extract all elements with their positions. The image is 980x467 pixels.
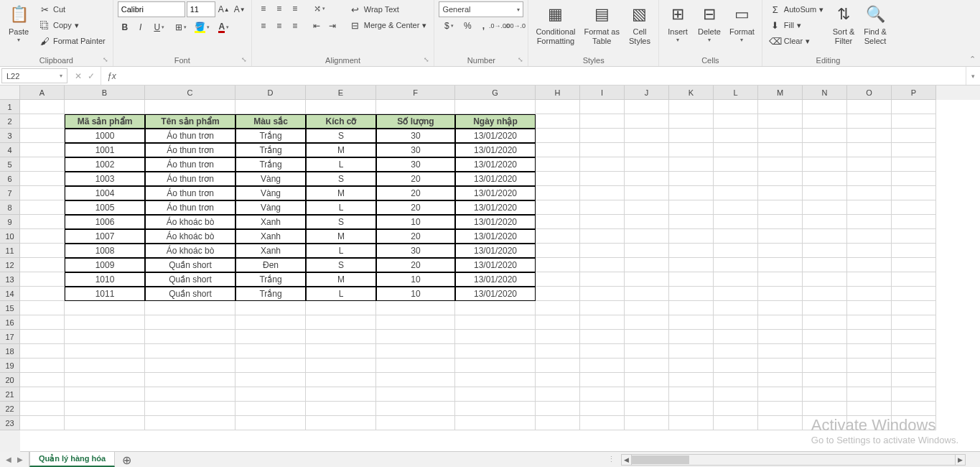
cell[interactable] [803, 416, 847, 430]
cell[interactable] [892, 359, 936, 373]
cell[interactable]: 1005 [65, 200, 145, 215]
row-header[interactable]: 7 [0, 186, 20, 200]
find-select-button[interactable]: 🔍Find & Select [861, 1, 890, 47]
cell[interactable] [20, 330, 65, 344]
cell[interactable]: 30 [376, 157, 455, 172]
cell[interactable] [847, 114, 892, 129]
row-header[interactable]: 10 [0, 229, 20, 244]
cell[interactable] [455, 301, 536, 315]
cell[interactable] [758, 402, 803, 416]
row-header[interactable]: 4 [0, 143, 20, 157]
cell[interactable] [803, 100, 847, 114]
cell[interactable] [580, 143, 625, 157]
cell[interactable] [669, 387, 714, 402]
cell[interactable]: 1009 [65, 258, 145, 272]
cell[interactable] [536, 387, 580, 402]
cell[interactable] [65, 330, 145, 344]
cell[interactable] [847, 272, 892, 287]
cell[interactable] [145, 359, 235, 373]
cell[interactable]: Trắng [235, 287, 306, 301]
row-header[interactable]: 6 [0, 172, 20, 186]
cell[interactable] [803, 157, 847, 172]
cell[interactable] [65, 315, 145, 330]
cell[interactable]: M [306, 143, 376, 157]
cell[interactable] [669, 258, 714, 272]
cell[interactable] [536, 172, 580, 186]
cell[interactable] [803, 287, 847, 301]
cell[interactable] [758, 186, 803, 200]
cell[interactable] [20, 114, 65, 129]
increase-indent-button[interactable]: ⇥ [325, 19, 340, 33]
cell[interactable] [847, 402, 892, 416]
cell[interactable] [714, 402, 758, 416]
cell[interactable]: S [306, 215, 376, 229]
row-header[interactable]: 23 [0, 416, 20, 430]
cell[interactable] [803, 114, 847, 129]
cell[interactable] [536, 301, 580, 315]
cell[interactable] [847, 387, 892, 402]
cell[interactable] [803, 344, 847, 359]
cell[interactable] [803, 359, 847, 373]
cell[interactable] [625, 416, 669, 430]
cell[interactable] [536, 258, 580, 272]
cell[interactable] [847, 344, 892, 359]
cell[interactable] [892, 373, 936, 387]
cell[interactable] [758, 315, 803, 330]
cell[interactable]: Ngày nhập [455, 114, 536, 129]
split-handle[interactable]: ⋮ [607, 455, 615, 464]
cancel-formula-button[interactable]: ✕ [75, 71, 82, 81]
cell[interactable] [847, 416, 892, 430]
cell[interactable] [625, 344, 669, 359]
cell[interactable] [580, 258, 625, 272]
cell[interactable] [536, 287, 580, 301]
cell[interactable] [892, 172, 936, 186]
cell[interactable]: Quần short [145, 258, 235, 272]
cell[interactable] [669, 359, 714, 373]
cell[interactable] [669, 315, 714, 330]
expand-formula-bar-button[interactable]: ▾ [966, 67, 980, 85]
cell[interactable] [758, 272, 803, 287]
cell[interactable] [536, 157, 580, 172]
cell[interactable] [376, 373, 455, 387]
cell[interactable] [758, 100, 803, 114]
cell[interactable] [803, 143, 847, 157]
column-header[interactable]: I [580, 85, 625, 100]
cell[interactable]: 13/01/2020 [455, 200, 536, 215]
cell[interactable] [536, 129, 580, 143]
cell[interactable] [536, 244, 580, 258]
column-header[interactable]: L [714, 85, 758, 100]
cell[interactable] [376, 387, 455, 402]
column-header[interactable]: O [847, 85, 892, 100]
column-header[interactable]: K [669, 85, 714, 100]
cell[interactable]: M [306, 186, 376, 200]
cell[interactable] [758, 287, 803, 301]
row-header[interactable]: 18 [0, 344, 20, 359]
cell[interactable] [455, 100, 536, 114]
cell[interactable] [714, 129, 758, 143]
cell[interactable] [669, 100, 714, 114]
cell[interactable]: 30 [376, 129, 455, 143]
cell[interactable] [306, 416, 376, 430]
cell[interactable] [20, 344, 65, 359]
cell[interactable] [235, 330, 306, 344]
cell[interactable]: 13/01/2020 [455, 143, 536, 157]
cell[interactable] [625, 402, 669, 416]
cell[interactable]: 10 [376, 215, 455, 229]
cell[interactable]: Số lượng [376, 114, 455, 129]
format-button[interactable]: ▭Format▾ [727, 1, 757, 45]
cell[interactable]: L [306, 287, 376, 301]
cell[interactable]: 1001 [65, 143, 145, 157]
cell[interactable] [892, 258, 936, 272]
accounting-format-button[interactable]: $▾ [439, 19, 459, 33]
cell[interactable] [803, 258, 847, 272]
border-button[interactable]: ⊞▾ [171, 20, 191, 34]
cell[interactable]: Tên sản phẩm [145, 114, 235, 129]
cell[interactable]: 20 [376, 200, 455, 215]
cell[interactable] [714, 287, 758, 301]
cell[interactable] [847, 315, 892, 330]
cell[interactable] [625, 186, 669, 200]
cell[interactable] [625, 143, 669, 157]
formula-input[interactable] [122, 67, 966, 85]
cell[interactable]: 1000 [65, 129, 145, 143]
cell[interactable] [235, 416, 306, 430]
